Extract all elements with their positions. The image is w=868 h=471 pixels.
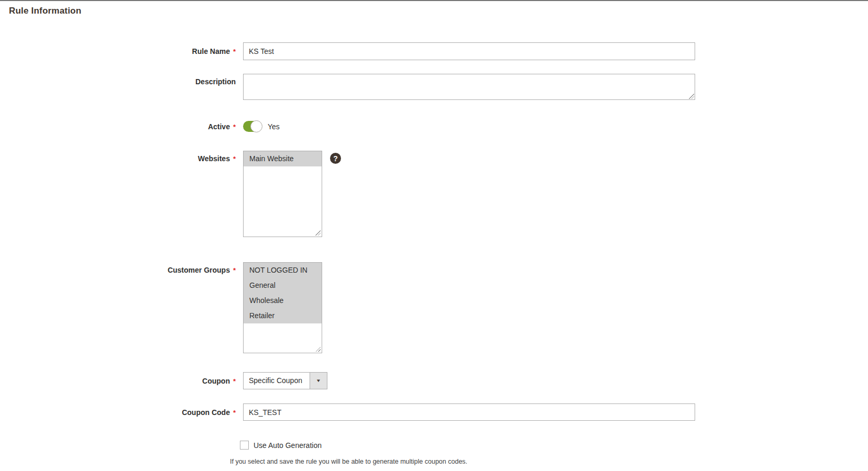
resize-handle-icon[interactable]	[315, 230, 321, 236]
coupon-label: Coupon *	[0, 377, 243, 385]
websites-option-main-website[interactable]: Main Website	[244, 151, 322, 166]
customer-groups-option-not-logged-in[interactable]: NOT LOGGED IN	[244, 263, 322, 278]
active-label: Active *	[0, 122, 243, 131]
auto-generation-note-row: If you select and save the rule you will…	[0, 456, 868, 466]
chevron-down-icon: ▼	[316, 378, 321, 383]
coupon-code-row: Coupon Code *	[0, 403, 868, 421]
coupon-select-arrow-button[interactable]: ▼	[310, 373, 327, 389]
auto-generation-row: Use Auto Generation	[0, 441, 868, 450]
required-asterisk: *	[233, 266, 236, 274]
websites-multiselect[interactable]: Main Website	[243, 151, 322, 237]
active-toggle-state: Yes	[268, 122, 280, 131]
required-asterisk: *	[233, 48, 236, 55]
description-textarea[interactable]	[243, 74, 695, 100]
customer-groups-option-retailer[interactable]: Retailer	[244, 308, 322, 323]
coupon-code-input[interactable]	[243, 403, 695, 421]
active-toggle[interactable]	[243, 121, 262, 132]
coupon-select-value: Specific Coupon	[244, 373, 310, 389]
rule-name-input[interactable]	[243, 42, 695, 60]
description-label: Description	[0, 74, 243, 86]
description-textarea-wrap	[243, 74, 695, 100]
auto-generation-note: If you select and save the rule you will…	[230, 458, 467, 465]
coupon-code-label: Coupon Code *	[0, 408, 243, 417]
use-auto-generation-label[interactable]: Use Auto Generation	[254, 441, 322, 450]
customer-groups-option-general[interactable]: General	[244, 278, 322, 293]
required-asterisk: *	[233, 377, 236, 385]
required-asterisk: *	[233, 409, 236, 417]
websites-row: Websites * Main Website ?	[0, 151, 868, 237]
coupon-select[interactable]: Specific Coupon ▼	[243, 372, 327, 389]
resize-handle-icon[interactable]	[689, 94, 694, 99]
page-title: Rule Information	[0, 1, 868, 16]
rule-name-label: Rule Name *	[0, 47, 243, 55]
use-auto-generation-checkbox[interactable]	[240, 441, 249, 450]
rule-name-row: Rule Name *	[0, 42, 868, 60]
help-icon[interactable]: ?	[330, 153, 341, 164]
customer-groups-option-wholesale[interactable]: Wholesale	[244, 293, 322, 308]
active-row: Active * Yes	[0, 121, 868, 132]
customer-groups-row: Customer Groups * NOT LOGGED IN General …	[0, 262, 868, 353]
websites-label: Websites *	[0, 151, 243, 163]
resize-handle-icon[interactable]	[315, 346, 321, 352]
required-asterisk: *	[233, 155, 236, 163]
customer-groups-label: Customer Groups *	[0, 262, 243, 274]
coupon-row: Coupon * Specific Coupon ▼	[0, 372, 868, 389]
required-asterisk: *	[233, 123, 236, 131]
description-row: Description	[0, 74, 868, 100]
customer-groups-multiselect[interactable]: NOT LOGGED IN General Wholesale Retailer	[243, 262, 322, 353]
toggle-knob	[250, 120, 262, 132]
rule-information-page: Rule Information Rule Name * Description…	[0, 0, 868, 471]
